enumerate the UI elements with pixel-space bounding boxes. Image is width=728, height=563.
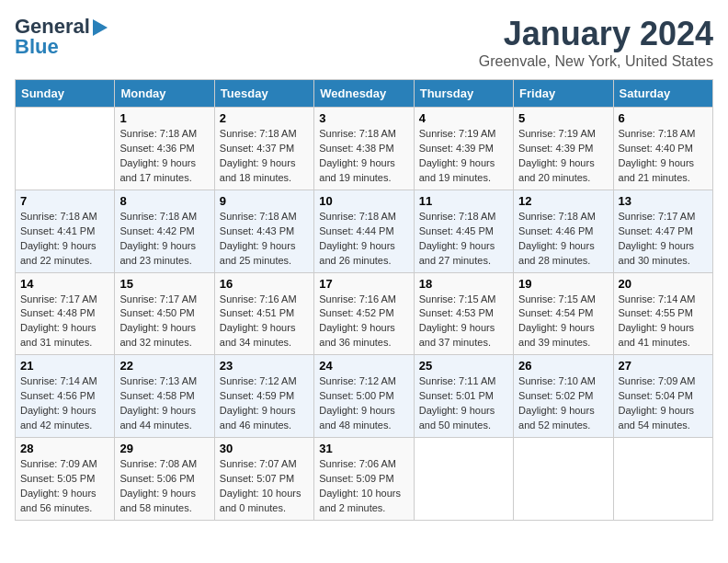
- calendar-cell: 12Sunrise: 7:18 AMSunset: 4:46 PMDayligh…: [514, 190, 613, 272]
- calendar-cell: 23Sunrise: 7:12 AMSunset: 4:59 PMDayligh…: [214, 355, 313, 438]
- day-info: Sunrise: 7:09 AMSunset: 5:04 PMDaylight:…: [619, 374, 708, 433]
- day-number: 8: [119, 194, 209, 208]
- calendar-body: 1Sunrise: 7:18 AMSunset: 4:36 PMDaylight…: [16, 108, 713, 521]
- weekday-header-friday: Friday: [514, 80, 613, 108]
- calendar-cell: 7Sunrise: 7:18 AMSunset: 4:41 PMDaylight…: [16, 190, 115, 272]
- calendar-header: SundayMondayTuesdayWednesdayThursdayFrid…: [16, 80, 713, 108]
- calendar-cell: 10Sunrise: 7:18 AMSunset: 4:44 PMDayligh…: [314, 190, 414, 272]
- calendar-cell: 6Sunrise: 7:18 AMSunset: 4:40 PMDaylight…: [613, 108, 712, 190]
- day-info: Sunrise: 7:18 AMSunset: 4:37 PMDaylight:…: [220, 127, 309, 186]
- calendar-cell: 21Sunrise: 7:14 AMSunset: 4:56 PMDayligh…: [16, 355, 115, 438]
- calendar-cell: [514, 438, 613, 521]
- day-info: Sunrise: 7:18 AMSunset: 4:36 PMDaylight:…: [119, 127, 209, 186]
- day-number: 6: [619, 111, 708, 125]
- calendar-week-1: 1Sunrise: 7:18 AMSunset: 4:36 PMDaylight…: [16, 108, 713, 190]
- calendar-week-2: 7Sunrise: 7:18 AMSunset: 4:41 PMDaylight…: [16, 190, 713, 272]
- day-info: Sunrise: 7:14 AMSunset: 4:55 PMDaylight:…: [619, 293, 708, 351]
- day-number: 1: [119, 111, 209, 125]
- day-number: 29: [119, 442, 209, 455]
- day-info: Sunrise: 7:10 AMSunset: 5:02 PMDaylight:…: [518, 374, 608, 433]
- weekday-header-sunday: Sunday: [16, 80, 115, 108]
- calendar-cell: [16, 108, 115, 190]
- calendar-cell: 24Sunrise: 7:12 AMSunset: 5:00 PMDayligh…: [314, 355, 414, 438]
- day-number: 31: [319, 442, 408, 455]
- calendar-cell: 8Sunrise: 7:18 AMSunset: 4:42 PMDaylight…: [115, 190, 214, 272]
- day-number: 19: [518, 277, 608, 291]
- day-info: Sunrise: 7:17 AMSunset: 4:47 PMDaylight:…: [619, 210, 708, 269]
- day-info: Sunrise: 7:19 AMSunset: 4:39 PMDaylight:…: [419, 127, 508, 186]
- calendar-cell: 2Sunrise: 7:18 AMSunset: 4:37 PMDaylight…: [214, 108, 313, 190]
- calendar-cell: 5Sunrise: 7:19 AMSunset: 4:39 PMDaylight…: [514, 108, 613, 190]
- calendar-cell: 25Sunrise: 7:11 AMSunset: 5:01 PMDayligh…: [414, 355, 513, 438]
- calendar-cell: 28Sunrise: 7:09 AMSunset: 5:05 PMDayligh…: [16, 438, 115, 521]
- day-number: 20: [619, 277, 708, 291]
- day-info: Sunrise: 7:14 AMSunset: 4:56 PMDaylight:…: [20, 374, 109, 433]
- day-number: 9: [220, 194, 309, 208]
- calendar-subtitle: Greenvale, New York, United States: [479, 53, 713, 70]
- day-info: Sunrise: 7:18 AMSunset: 4:45 PMDaylight:…: [419, 210, 508, 269]
- day-number: 17: [319, 277, 408, 291]
- calendar-cell: 19Sunrise: 7:15 AMSunset: 4:54 PMDayligh…: [514, 272, 613, 355]
- day-info: Sunrise: 7:08 AMSunset: 5:06 PMDaylight:…: [119, 457, 209, 516]
- day-number: 21: [20, 359, 109, 373]
- calendar-cell: 4Sunrise: 7:19 AMSunset: 4:39 PMDaylight…: [414, 108, 513, 190]
- calendar-cell: 3Sunrise: 7:18 AMSunset: 4:38 PMDaylight…: [314, 108, 414, 190]
- day-number: 15: [119, 277, 209, 291]
- day-info: Sunrise: 7:18 AMSunset: 4:43 PMDaylight:…: [220, 210, 309, 269]
- page-header: General Blue January 2024 Greenvale, New…: [15, 15, 713, 70]
- day-number: 16: [220, 277, 309, 291]
- calendar-cell: 26Sunrise: 7:10 AMSunset: 5:02 PMDayligh…: [514, 355, 613, 438]
- day-number: 12: [518, 194, 608, 208]
- weekday-header-monday: Monday: [115, 80, 214, 108]
- day-number: 14: [20, 277, 109, 291]
- title-block: January 2024 Greenvale, New York, United…: [479, 15, 713, 70]
- logo-arrow-icon: [93, 19, 108, 36]
- calendar-title: January 2024: [479, 15, 713, 53]
- day-info: Sunrise: 7:18 AMSunset: 4:46 PMDaylight:…: [518, 210, 608, 269]
- day-info: Sunrise: 7:18 AMSunset: 4:42 PMDaylight:…: [119, 210, 209, 269]
- day-info: Sunrise: 7:18 AMSunset: 4:40 PMDaylight:…: [619, 127, 708, 186]
- day-number: 26: [518, 359, 608, 373]
- day-number: 5: [518, 111, 608, 125]
- calendar-week-3: 14Sunrise: 7:17 AMSunset: 4:48 PMDayligh…: [16, 272, 713, 355]
- day-info: Sunrise: 7:16 AMSunset: 4:52 PMDaylight:…: [319, 293, 408, 351]
- calendar-cell: 15Sunrise: 7:17 AMSunset: 4:50 PMDayligh…: [115, 272, 214, 355]
- calendar-cell: [613, 438, 712, 521]
- weekday-header-tuesday: Tuesday: [214, 80, 313, 108]
- calendar-cell: 31Sunrise: 7:06 AMSunset: 5:09 PMDayligh…: [314, 438, 414, 521]
- day-info: Sunrise: 7:07 AMSunset: 5:07 PMDaylight:…: [220, 457, 309, 516]
- day-info: Sunrise: 7:15 AMSunset: 4:53 PMDaylight:…: [419, 293, 508, 351]
- weekday-header-saturday: Saturday: [613, 80, 712, 108]
- calendar-cell: 22Sunrise: 7:13 AMSunset: 4:58 PMDayligh…: [115, 355, 214, 438]
- day-number: 4: [419, 111, 508, 125]
- weekday-row: SundayMondayTuesdayWednesdayThursdayFrid…: [16, 80, 713, 108]
- calendar-cell: 30Sunrise: 7:07 AMSunset: 5:07 PMDayligh…: [214, 438, 313, 521]
- calendar-cell: 13Sunrise: 7:17 AMSunset: 4:47 PMDayligh…: [613, 190, 712, 272]
- day-info: Sunrise: 7:06 AMSunset: 5:09 PMDaylight:…: [319, 457, 408, 516]
- day-info: Sunrise: 7:13 AMSunset: 4:58 PMDaylight:…: [119, 374, 209, 433]
- day-info: Sunrise: 7:19 AMSunset: 4:39 PMDaylight:…: [518, 127, 608, 186]
- calendar-cell: 18Sunrise: 7:15 AMSunset: 4:53 PMDayligh…: [414, 272, 513, 355]
- calendar-cell: 20Sunrise: 7:14 AMSunset: 4:55 PMDayligh…: [613, 272, 712, 355]
- day-info: Sunrise: 7:17 AMSunset: 4:48 PMDaylight:…: [20, 293, 109, 351]
- calendar-table: SundayMondayTuesdayWednesdayThursdayFrid…: [15, 79, 713, 521]
- calendar-cell: 1Sunrise: 7:18 AMSunset: 4:36 PMDaylight…: [115, 108, 214, 190]
- day-info: Sunrise: 7:15 AMSunset: 4:54 PMDaylight:…: [518, 293, 608, 351]
- day-number: 10: [319, 194, 408, 208]
- calendar-week-4: 21Sunrise: 7:14 AMSunset: 4:56 PMDayligh…: [16, 355, 713, 438]
- calendar-cell: 11Sunrise: 7:18 AMSunset: 4:45 PMDayligh…: [414, 190, 513, 272]
- day-number: 27: [619, 359, 708, 373]
- day-info: Sunrise: 7:17 AMSunset: 4:50 PMDaylight:…: [119, 293, 209, 351]
- day-number: 28: [20, 442, 109, 455]
- day-info: Sunrise: 7:12 AMSunset: 5:00 PMDaylight:…: [319, 374, 408, 433]
- day-number: 30: [220, 442, 309, 455]
- day-info: Sunrise: 7:09 AMSunset: 5:05 PMDaylight:…: [20, 457, 109, 516]
- weekday-header-thursday: Thursday: [414, 80, 513, 108]
- calendar-cell: [414, 438, 513, 521]
- day-number: 13: [619, 194, 708, 208]
- calendar-cell: 27Sunrise: 7:09 AMSunset: 5:04 PMDayligh…: [613, 355, 712, 438]
- day-number: 3: [319, 111, 408, 125]
- day-number: 23: [220, 359, 309, 373]
- day-info: Sunrise: 7:18 AMSunset: 4:38 PMDaylight:…: [319, 127, 408, 186]
- day-number: 24: [319, 359, 408, 373]
